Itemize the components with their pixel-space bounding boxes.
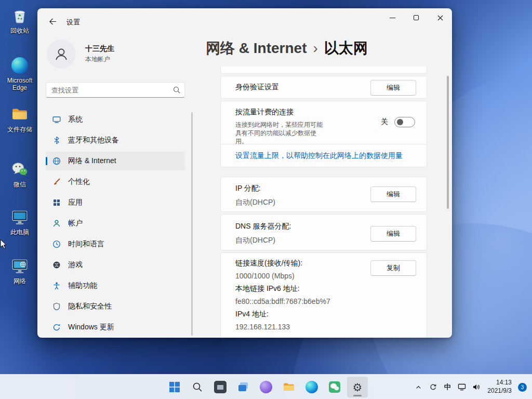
sidebar-item-bluetooth-devices[interactable]: 蓝牙和其他设备 <box>46 131 185 150</box>
purple-app-icon <box>260 381 272 393</box>
sidebar-item-apps[interactable]: 应用 <box>46 193 185 212</box>
toggle-knob <box>397 119 403 125</box>
desktop-icon-label: 回收站 <box>10 27 29 34</box>
sidebar-item-label: 辅助功能 <box>68 281 97 290</box>
desktop-icon-recycle-bin[interactable]: 回收站 <box>1 6 38 34</box>
ip-edit-button[interactable]: 编辑 <box>370 187 416 202</box>
data-limit-link[interactable]: 设置流量上限，以帮助控制在此网络上的数据使用量 <box>235 151 403 161</box>
page-title: 以太网 <box>324 38 368 58</box>
back-button[interactable] <box>44 15 61 28</box>
wechat-icon <box>328 381 341 393</box>
sidebar-item-label: 网络 & Internet <box>68 156 116 166</box>
desktop-icon-edge[interactable]: Microsoft Edge <box>1 56 38 92</box>
bluetooth-icon <box>52 136 61 144</box>
close-button[interactable] <box>428 8 452 27</box>
sidebar-item-system[interactable]: 系统 <box>46 110 185 129</box>
sidebar-item-accounts[interactable]: 帐户 <box>46 214 185 233</box>
clock[interactable]: 14:13 2021/9/3 <box>484 379 515 395</box>
personalization-icon <box>52 178 61 186</box>
user-account[interactable]: 十三先生 本地帐户 <box>47 39 114 69</box>
dns-edit-button[interactable]: 编辑 <box>370 226 416 242</box>
hidden-icons-button[interactable] <box>411 378 425 396</box>
network-tray-button[interactable] <box>455 378 469 396</box>
authentication-settings-label: 身份验证设置 <box>235 83 279 92</box>
sidebar-item-gaming[interactable]: 游戏 <box>46 256 185 274</box>
sidebar-item-time-language[interactable]: 时间和语言 <box>46 235 185 254</box>
privacy-shield-icon <box>52 302 61 311</box>
chevron-up-icon <box>415 384 422 391</box>
tray-sync-button[interactable] <box>426 378 440 396</box>
taskbar-search-button[interactable] <box>187 377 208 397</box>
file-explorer-button[interactable] <box>278 377 299 397</box>
ipv4-address-label: IPv4 地址: <box>235 310 416 319</box>
sidebar-item-windows-update[interactable]: Windows 更新 <box>46 318 185 337</box>
file-explorer-icon <box>283 381 295 393</box>
settings-search-box <box>46 82 185 98</box>
desktop-icon-folder[interactable]: 文件存储 <box>1 105 38 133</box>
metered-connection-description: 连接到此网络时，某些应用可能具有不同的功能以减少数据使用。 <box>235 121 328 146</box>
authentication-edit-button[interactable]: 编辑 <box>370 80 416 96</box>
sidebar-item-label: 应用 <box>68 198 83 207</box>
recycle-bin-icon <box>10 6 29 25</box>
sidebar-item-accessibility[interactable]: 辅助功能 <box>46 276 185 295</box>
accessibility-icon <box>52 282 61 290</box>
wechat-button[interactable] <box>324 377 345 397</box>
settings-window: 设置 十三先生 本地帐户 系统 <box>37 8 452 338</box>
titlebar: 设置 <box>37 8 452 34</box>
desktop-icon-network[interactable]: 网络 <box>1 257 38 285</box>
desktop-icon-this-pc[interactable]: 此电脑 <box>1 208 38 236</box>
window-controls <box>380 8 452 27</box>
wechat-icon <box>10 160 29 179</box>
edge-icon <box>10 56 29 75</box>
start-button[interactable] <box>164 377 185 397</box>
settings-button[interactable]: ⚙ <box>347 377 368 397</box>
volume-tray-button[interactable] <box>470 378 483 396</box>
metered-connection-toggle[interactable]: 关 <box>381 117 415 127</box>
settings-search-input[interactable] <box>51 86 173 94</box>
sidebar-item-network-internet[interactable]: 网络 & Internet <box>46 152 185 170</box>
windows-update-icon <box>52 323 61 331</box>
data-limit-row: 设置流量上限，以帮助控制在此网络上的数据使用量 <box>221 144 427 167</box>
desktop-icon-label: 网络 <box>14 277 26 285</box>
notification-badge[interactable]: 3 <box>518 383 527 392</box>
toggle-switch-off <box>394 117 415 127</box>
sidebar-item-label: 个性化 <box>68 177 90 187</box>
edge-button[interactable] <box>301 377 322 397</box>
tray-time: 14:13 <box>487 379 512 387</box>
taskbar-center: ⚙ <box>164 377 368 397</box>
back-arrow-icon <box>49 18 57 25</box>
system-tray: 中 14:13 2021/9/3 3 <box>411 375 527 399</box>
desktop-icon-wechat[interactable]: 微信 <box>1 160 38 188</box>
copy-button[interactable]: 复制 <box>370 260 416 276</box>
dns-assignment-card: DNS 服务器分配: 自动(DHCP) 编辑 <box>220 214 427 250</box>
taskbar-app-purple[interactable] <box>256 377 276 397</box>
sidebar-item-label: 游戏 <box>68 260 83 270</box>
scrolled-card-remnant <box>220 66 427 74</box>
folder-icon <box>10 105 29 124</box>
ime-indicator[interactable]: 中 <box>441 378 454 396</box>
desktop-icon-label: 微信 <box>14 181 26 188</box>
system-icon <box>52 115 61 124</box>
accounts-icon <box>52 219 61 228</box>
taskbar: ⚙ 中 14:13 2021/9/3 3 <box>0 374 532 399</box>
task-view-button[interactable] <box>233 377 254 397</box>
sidebar-item-label: 帐户 <box>68 219 83 228</box>
user-name: 十三先生 <box>85 44 114 54</box>
search-icon <box>173 86 180 94</box>
sidebar-item-personalization[interactable]: 个性化 <box>46 172 185 191</box>
taskbar-app-dark[interactable] <box>210 377 231 397</box>
sidebar-scrollbar[interactable] <box>191 112 193 336</box>
maximize-button[interactable] <box>404 8 428 27</box>
apps-icon <box>52 198 61 207</box>
dark-app-icon <box>214 381 227 393</box>
sidebar-item-privacy-security[interactable]: 隐私和安全性 <box>46 297 185 316</box>
content-scrollbar[interactable] <box>447 76 449 209</box>
sidebar-item-label: 时间和语言 <box>68 240 104 249</box>
desktop-icon-label: Microsoft Edge <box>1 77 38 92</box>
minimize-button[interactable] <box>380 8 404 27</box>
connection-properties-card: 链接速度(接收/传输): 1000/1000 (Mbps) 本地链接 IPv6 … <box>220 252 427 338</box>
account-type: 本地帐户 <box>85 55 114 64</box>
breadcrumb-root[interactable]: 网络 & Internet <box>206 38 307 58</box>
network-places-icon <box>10 257 29 275</box>
globe-icon <box>52 157 61 165</box>
